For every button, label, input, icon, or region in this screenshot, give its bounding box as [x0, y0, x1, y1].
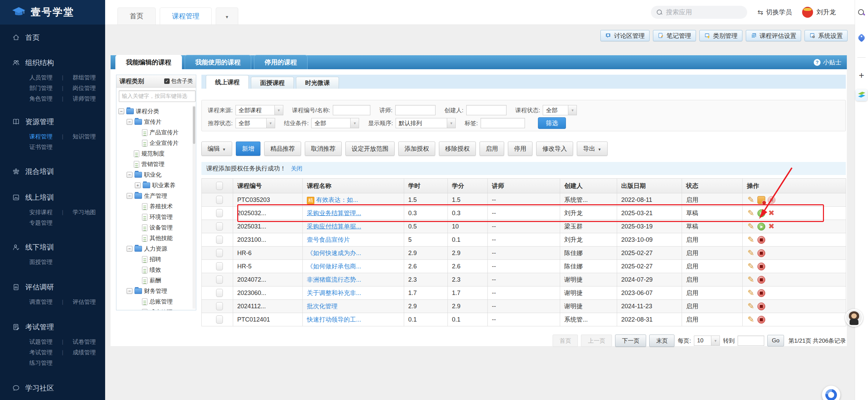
tree-node[interactable]: 薪酬 — [116, 275, 196, 286]
sidebar-item-survey[interactable]: 调查管理 — [29, 298, 62, 306]
edit-icon[interactable] — [747, 209, 755, 217]
app-search-input[interactable]: 搜索应用 — [651, 6, 747, 19]
sidebar-section-online[interactable]: 线上培训 — [0, 192, 105, 203]
assistant-avatar-button[interactable] — [845, 309, 863, 327]
user-menu[interactable]: 刘升龙 — [802, 7, 836, 18]
row-checkbox[interactable] — [216, 289, 223, 297]
recommend-status-select[interactable]: 全部 — [236, 118, 275, 128]
sidebar-item-certificates[interactable]: 证书管理 — [29, 143, 80, 151]
course-name-link[interactable]: 有效表达：如... — [316, 196, 358, 203]
row-checkbox[interactable] — [216, 236, 223, 244]
stop-icon[interactable] — [757, 302, 765, 310]
tree-node[interactable]: 职业化 — [116, 169, 196, 180]
edit-icon[interactable] — [747, 289, 755, 297]
switch-user-button[interactable]: 切换学员 — [757, 8, 792, 17]
rail-add-button[interactable] — [855, 70, 868, 81]
delete-icon[interactable] — [768, 223, 775, 230]
course-status-select[interactable]: 全部 — [543, 105, 577, 115]
edit-icon[interactable] — [747, 302, 755, 310]
delete-icon[interactable] — [768, 209, 775, 217]
sidebar-section-community[interactable]: 学习社区 — [0, 383, 105, 394]
row-checkbox[interactable] — [216, 276, 223, 284]
tree-scrollbar[interactable] — [193, 106, 196, 309]
row-checkbox[interactable] — [216, 262, 223, 270]
sidebar-item-questions[interactable]: 试题管理 — [29, 338, 62, 346]
tab-usable-courses[interactable]: 我能使用的课程 — [185, 55, 251, 69]
sidebar-item-learning-map[interactable]: 学习地图 — [73, 208, 105, 216]
sidebar-item-facetoface[interactable]: 面授管理 — [29, 258, 80, 266]
edit-icon[interactable] — [747, 249, 755, 257]
sidebar-section-evaluation[interactable]: 评估调研 — [0, 282, 105, 293]
publish-icon[interactable] — [757, 209, 765, 217]
teacher-input[interactable] — [395, 105, 436, 115]
sidebar-item-lecturers[interactable]: 讲师管理 — [73, 95, 105, 103]
tree-node[interactable]: 成本管理 — [116, 307, 196, 310]
sidebar-item-papers[interactable]: 试卷管理 — [73, 338, 105, 346]
tree-node[interactable]: 绩效 — [116, 265, 196, 275]
goto-page-input[interactable] — [738, 336, 764, 346]
export-button[interactable]: 导出 — [577, 142, 608, 156]
creator-input[interactable] — [466, 105, 507, 115]
tag-input[interactable] — [481, 118, 525, 128]
category-management-button[interactable]: 类别管理 — [699, 30, 742, 41]
sidebar-item-roles[interactable]: 角色管理 — [29, 95, 62, 103]
course-name-link[interactable]: 快速打动领导的工... — [307, 316, 361, 323]
publish-icon[interactable] — [757, 223, 765, 231]
unfeature-button[interactable]: 取消推荐 — [305, 142, 342, 156]
per-page-select[interactable]: 10 — [694, 336, 720, 346]
last-page-button[interactable]: 末页 — [649, 335, 674, 347]
row-checkbox[interactable] — [216, 209, 223, 217]
tree-search-input[interactable] — [119, 90, 196, 102]
sidebar-item-practice[interactable]: 练习管理 — [29, 359, 80, 367]
sidebar-item-schedule-course[interactable]: 安排课程 — [29, 208, 62, 216]
stop-icon[interactable] — [757, 289, 765, 297]
course-evaluation-settings-button[interactable]: 课程评估设置 — [746, 30, 801, 41]
sidebar-item-scores[interactable]: 成绩管理 — [73, 349, 105, 356]
tab-micro-courses[interactable]: 时光微课 — [296, 77, 339, 89]
stop-icon[interactable] — [757, 249, 765, 257]
system-settings-button[interactable]: 系统设置 — [805, 30, 848, 41]
course-name-input[interactable] — [333, 105, 370, 115]
modify-import-button[interactable]: 修改导入 — [536, 142, 573, 156]
tab-editable-courses[interactable]: 我能编辑的课程 — [115, 55, 182, 69]
edit-icon[interactable] — [747, 262, 755, 270]
next-page-button[interactable]: 下一页 — [615, 335, 646, 347]
revoke-auth-button[interactable]: 移除授权 — [439, 142, 476, 156]
sidebar-section-offline[interactable]: 线下培训 — [0, 242, 105, 253]
collapse-icon[interactable] — [127, 193, 132, 199]
collapse-icon[interactable] — [127, 246, 132, 252]
tree-node[interactable]: 养殖技术 — [116, 201, 196, 212]
edit-icon[interactable] — [747, 315, 755, 324]
tree-node[interactable]: 课程分类 — [116, 106, 196, 117]
tree-node[interactable]: 总账管理 — [116, 296, 196, 307]
sidebar-item-topics[interactable]: 专题管理 — [29, 219, 80, 227]
row-checkbox[interactable] — [216, 222, 223, 231]
sidebar-item-personnel[interactable]: 人员管理 — [29, 74, 62, 82]
tips-button[interactable]: 小贴士 — [814, 58, 841, 66]
stop-icon[interactable] — [768, 196, 775, 204]
expand-icon[interactable] — [135, 182, 141, 188]
tree-node[interactable]: 企业宣传片 — [116, 138, 196, 148]
discussion-management-button[interactable]: 讨论区管理 — [600, 30, 650, 41]
course-name-link[interactable]: 《如何做好承包商... — [307, 263, 361, 270]
completion-select[interactable]: 全部 — [311, 118, 359, 128]
collapse-icon[interactable] — [127, 172, 132, 178]
row-checkbox[interactable] — [216, 196, 223, 204]
sidebar-section-exams[interactable]: 考试管理 — [0, 322, 105, 332]
sidebar-item-positions[interactable]: 岗位管理 — [73, 84, 105, 92]
unfeature-icon[interactable] — [757, 196, 765, 204]
tab-course-management[interactable]: 课程管理 — [160, 8, 212, 25]
sidebar-item-home[interactable]: 首页 — [0, 32, 105, 43]
go-button[interactable]: Go — [767, 335, 784, 346]
course-name-link[interactable]: 采购应付结算单据... — [307, 223, 361, 230]
disable-button[interactable]: 停用 — [508, 142, 532, 156]
edit-icon[interactable] — [747, 196, 755, 204]
sidebar-item-evaluation[interactable]: 评估管理 — [73, 298, 105, 306]
row-checkbox[interactable] — [216, 302, 223, 310]
stop-icon[interactable] — [757, 263, 765, 270]
sidebar-section-resources[interactable]: 资源管理 — [0, 116, 105, 127]
course-name-link[interactable]: 采购业务结算管理... — [307, 210, 361, 217]
grant-auth-button[interactable]: 添加授权 — [398, 142, 435, 156]
tab-disabled-courses[interactable]: 停用的课程 — [254, 55, 308, 69]
course-name-link[interactable]: 《如何快速成为办... — [307, 250, 361, 256]
